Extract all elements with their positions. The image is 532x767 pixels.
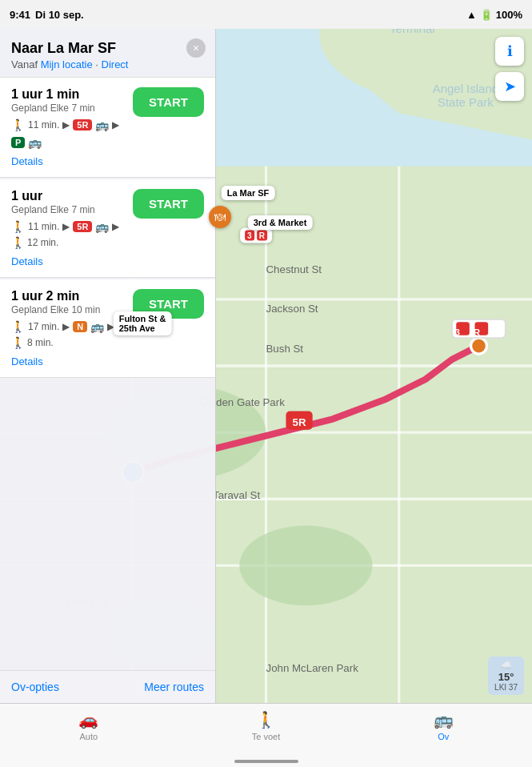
route-actions: Details [11,255,204,267]
battery-icon: 🔋 [480,9,493,21]
status-left: 9:41 Di 10 sep. [10,9,84,21]
restaurant-icon: 🍽 [209,206,231,228]
location-button[interactable]: ➤ [495,72,524,101]
route-steps: 🚶 11 min. ▶ 5R 🚌 ▶ [11,220,119,233]
destination-label: La Mar SF [222,186,275,200]
svg-text:3: 3 [455,327,461,337]
transit-badges: 3 R [240,228,272,243]
info-icon: ℹ [507,42,513,60]
svg-text:Bush St: Bush St [266,343,303,355]
tab-voet[interactable]: 🚶 Te voet [178,710,355,741]
panel-title: Naar La Mar SF [11,40,204,57]
route-item: 1 uur Gepland Elke 7 min 🚶 11 min. ▶ 5R … [0,179,215,278]
svg-text:Taraval St: Taraval St [213,489,260,501]
weather-badge: ☁️ 15° LKI 37 [488,657,524,695]
status-time: 9:41 [10,9,30,21]
route-actions: Details [11,355,204,367]
walk-icon: 🚶 [11,320,25,333]
route-schedule: Gepland Elke 10 min [11,304,114,315]
walk-icon2: 🚶 [11,336,25,349]
details-link[interactable]: Details [11,255,43,267]
arrow1: ▶ [62,321,70,332]
svg-text:R: R [474,327,481,337]
location-icon: ➤ [504,78,516,95]
car-icon: 🚗 [78,710,98,729]
svg-point-16 [471,338,487,354]
destination-name: La Mar SF [222,186,275,200]
ov-options-link[interactable]: Ov-opties [11,681,59,693]
panel-footer: Ov-opties Meer routes [0,670,215,703]
svg-text:Chestnut St: Chestnut St [266,263,322,275]
tab-voet-label: Te voet [252,732,280,741]
close-button[interactable]: × [186,38,206,58]
transit-badge-5r: 5R [73,221,92,232]
close-icon: × [193,42,199,54]
info-button[interactable]: ℹ [495,37,524,66]
start-button[interactable]: START [133,87,204,117]
bus-tab-icon: 🚌 [434,710,454,729]
weather-extra: LKI 37 [494,683,518,692]
direct-link[interactable]: Direct [102,58,129,70]
route-duration: 1 uur [11,189,119,203]
details-link[interactable]: Details [11,155,43,167]
transit-stop-annotation: 3 R [240,228,272,243]
transit-badge-n: N [73,321,87,332]
more-routes-link[interactable]: Meer routes [144,681,204,693]
walk-duration: 11 min. [28,119,59,131]
tab-auto[interactable]: 🚗 Auto [0,710,178,741]
status-bar: 9:41 Di 10 sep. ▲ 🔋 100% [0,0,532,29]
walk-tab-icon: 🚶 [256,710,276,729]
status-date: Di 10 sep. [35,9,84,21]
svg-text:Terminal: Terminal [390,29,435,35]
start-annotation: Fulton St & 25th Ave [114,311,172,335]
start-button[interactable]: START [133,189,204,219]
svg-point-14 [239,526,372,606]
arrow2: ▶ [112,221,119,232]
destination-annotation: 🍽 [209,206,231,228]
weather-icon: ☁️ [500,660,512,671]
route-duration: 1 uur 2 min [11,289,114,303]
route-extra-walk: 🚶 12 min. [11,236,119,249]
arrow1: ▶ [62,119,70,131]
walk-icon: 🚶 [11,220,25,233]
walk-duration: 11 min. [28,221,59,232]
transit-badge-5r: 5R [73,119,92,131]
tab-ov-label: Ov [438,732,449,741]
subtitle-prefix: Vanaf [11,58,38,70]
my-location-link[interactable]: Mijn locatie [41,58,93,70]
route-item: 1 uur 2 min Gepland Elke 10 min 🚶 17 min… [0,279,215,378]
tab-bar: 🚗 Auto 🚶 Te voet 🚌 Ov [0,703,532,767]
route-steps: 🚶 17 min. ▶ N 🚌 ▶ [11,320,114,333]
home-indicator [234,760,298,763]
arrow2: ▶ [112,119,119,131]
wifi-icon: ▲ [466,9,477,21]
svg-text:Jackson St: Jackson St [266,303,318,315]
directions-panel: Naar La Mar SF Vanaf Mijn locatie · Dire… [0,29,216,703]
arrow1: ▶ [62,221,70,232]
extra-walk-time: 12 min. [27,237,58,248]
start-label: Fulton St & 25th Ave [114,311,172,335]
svg-text:Angel Island: Angel Island [433,82,498,95]
route-actions: Details [11,155,204,167]
tab-auto-label: Auto [80,732,98,741]
route-item: 1 uur 1 min Gepland Elke 7 min 🚶 11 min.… [0,78,215,178]
walk-duration: 17 min. [28,321,59,332]
weather-temp: 15° [498,671,514,683]
bus-icon: 🚌 [95,220,109,233]
status-right: ▲ 🔋 100% [466,9,522,21]
route-extra-walk: 🚶 8 min. [11,336,114,349]
extra-walk-time: 8 min. [27,337,54,348]
transit-badge-p: P [11,137,25,148]
details-link[interactable]: Details [11,355,43,367]
panel-header: Naar La Mar SF Vanaf Mijn locatie · Dire… [0,29,215,78]
svg-text:John McLaren Park: John McLaren Park [266,662,358,674]
route-info: 1 uur 1 min Gepland Elke 7 min 🚶 11 min.… [11,87,119,149]
route-extra-badges: P 🚌 [11,136,119,149]
tab-ov[interactable]: 🚌 Ov [354,710,532,741]
route-schedule: Gepland Elke 7 min [11,204,119,215]
svg-text:State Park: State Park [438,95,494,109]
route-info: 1 uur Gepland Elke 7 min 🚶 11 min. ▶ 5R … [11,189,119,249]
route-duration: 1 uur 1 min [11,87,119,102]
bus-icon: 🚌 [90,320,104,333]
bus-icon2: 🚌 [28,136,42,149]
